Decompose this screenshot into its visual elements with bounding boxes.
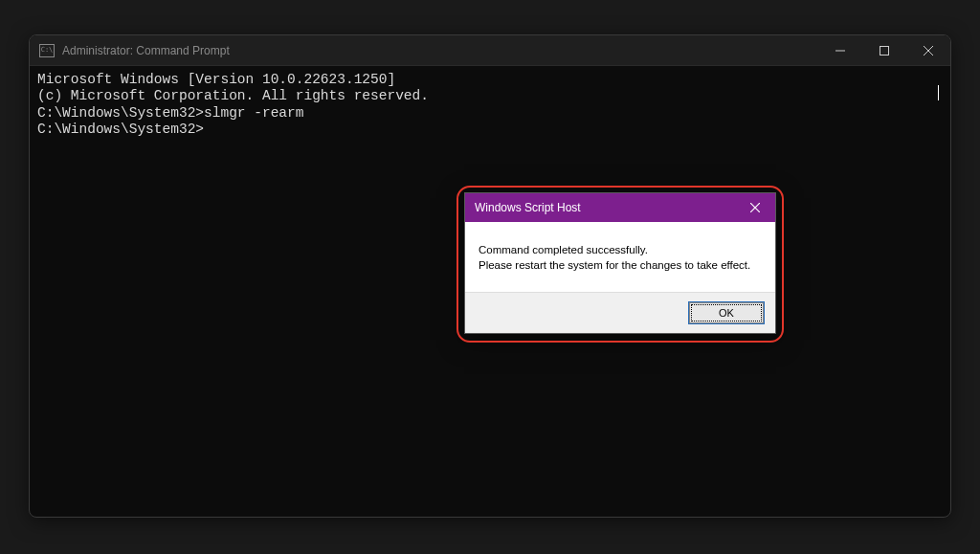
cmd-title-left: C:\ Administrator: Command Prompt — [39, 44, 230, 57]
minimize-button[interactable] — [818, 35, 862, 65]
dialog-message-line: Command completed successfully. — [479, 243, 762, 258]
cmd-title-text: Administrator: Command Prompt — [62, 44, 230, 57]
ok-button[interactable]: OK — [689, 302, 764, 323]
script-host-dialog: Windows Script Host Command completed su… — [464, 192, 776, 334]
minimize-icon — [835, 46, 845, 55]
dialog-message-line: Please restart the system for the change… — [479, 258, 762, 274]
close-icon — [750, 203, 760, 212]
maximize-icon — [880, 46, 889, 55]
cmd-window-controls — [818, 35, 950, 65]
cmd-output-line: (c) Microsoft Corporation. All rights re… — [37, 88, 943, 104]
maximize-button[interactable] — [862, 35, 906, 65]
cmd-titlebar[interactable]: C:\ Administrator: Command Prompt — [30, 35, 950, 66]
dialog-titlebar[interactable]: Windows Script Host — [465, 193, 775, 222]
close-icon — [924, 46, 933, 55]
text-cursor — [938, 85, 939, 100]
cmd-output-line: C:\Windows\System32>slmgr -rearm — [37, 105, 943, 122]
cmd-output-line: Microsoft Windows [Version 10.0.22623.12… — [37, 72, 943, 88]
cmd-icon: C:\ — [39, 44, 55, 57]
dialog-body: Command completed successfully. Please r… — [465, 222, 775, 292]
dialog-title: Windows Script Host — [475, 201, 581, 214]
dialog-close-button[interactable] — [735, 193, 775, 222]
svg-rect-1 — [880, 46, 889, 55]
close-button[interactable] — [906, 35, 950, 65]
dialog-footer: OK — [465, 292, 775, 333]
cmd-prompt-line: C:\Windows\System32> — [37, 122, 943, 138]
